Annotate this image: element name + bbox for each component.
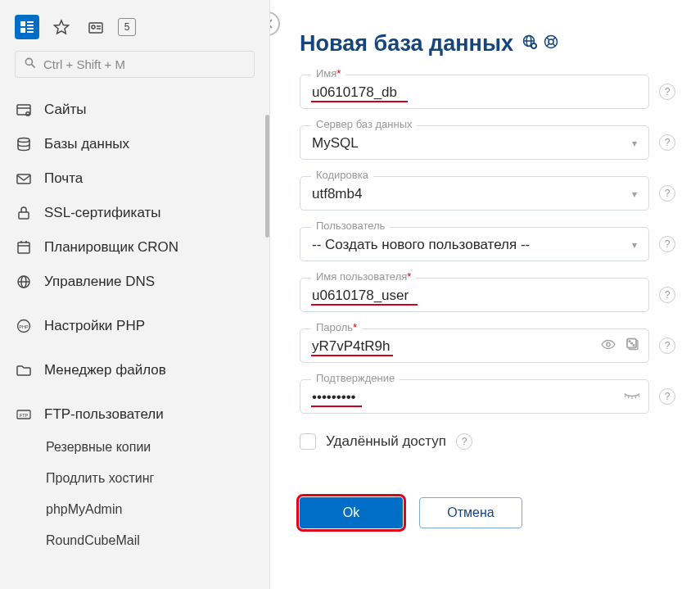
db-username-field: Имя пользователя*: [300, 278, 649, 312]
svg-rect-3: [27, 25, 34, 26]
svg-rect-19: [18, 242, 29, 253]
nav-label: phpMyAdmin: [46, 502, 122, 517]
db-name-label: Имя*: [311, 67, 345, 79]
eye-closed-icon[interactable]: [623, 387, 641, 406]
nav-dns[interactable]: Управление DNS: [0, 265, 269, 299]
nav-renew[interactable]: Продлить хостинг: [0, 463, 269, 494]
db-password-label: Пароль*: [311, 321, 362, 333]
db-confirm-input[interactable]: [300, 379, 649, 414]
db-confirm-label: Подтверждение: [311, 372, 400, 384]
svg-point-47: [629, 341, 630, 342]
svg-rect-2: [27, 21, 34, 23]
ftp-icon: FTP: [15, 406, 33, 424]
chevron-down-icon: ▾: [632, 239, 637, 251]
ok-button[interactable]: Ok: [300, 497, 403, 528]
nav-list: Сайты Базы данных Почта SSL-сертификаты …: [0, 89, 269, 560]
remote-access-label: Удалённый доступ: [326, 433, 446, 450]
eye-icon[interactable]: [600, 337, 616, 356]
scrollbar[interactable]: [265, 115, 269, 238]
svg-point-16: [18, 138, 29, 143]
db-user-field: Пользователь -- Создать нового пользоват…: [300, 227, 649, 261]
nav-phpmyadmin[interactable]: phpMyAdmin: [0, 494, 269, 525]
nav-mail[interactable]: Почта: [0, 161, 269, 196]
help-icon[interactable]: ?: [659, 287, 675, 303]
search-placeholder: Ctrl + Shift + M: [43, 57, 125, 71]
nav-backups[interactable]: Резервные копии: [0, 432, 269, 463]
nav-roundcube[interactable]: RoundCubeMail: [0, 525, 269, 556]
nav-ssl[interactable]: SSL-сертификаты: [0, 196, 269, 230]
db-server-select[interactable]: MySQL ▾: [300, 125, 649, 160]
svg-rect-4: [27, 28, 34, 29]
db-user-label: Пользователь: [311, 220, 390, 232]
cancel-button[interactable]: Отмена: [419, 497, 522, 528]
nav-label: SSL-сертификаты: [44, 205, 161, 221]
nav-php[interactable]: PHP Настройки PHP: [0, 309, 269, 343]
svg-marker-6: [55, 20, 69, 34]
remote-access-row: Удалённый доступ ?: [300, 433, 675, 450]
help-icon[interactable]: ?: [659, 388, 675, 405]
page-title: Новая база данных: [300, 31, 675, 57]
db-user-select[interactable]: -- Создать нового пользователя -- ▾: [300, 227, 649, 261]
star-icon[interactable]: [49, 15, 74, 39]
db-server-label: Сервер баз данных: [311, 118, 418, 130]
nav-label: RoundCubeMail: [46, 533, 140, 548]
svg-line-39: [546, 38, 549, 40]
svg-rect-5: [27, 31, 34, 33]
help-icon[interactable]: ?: [659, 84, 675, 100]
help-icon[interactable]: ?: [659, 185, 675, 202]
db-username-input[interactable]: [300, 278, 649, 312]
php-icon: PHP: [15, 317, 33, 335]
chevron-down-icon: ▾: [632, 138, 637, 149]
svg-rect-18: [19, 212, 29, 219]
count-badge[interactable]: 5: [118, 18, 136, 36]
db-username-label: Имя пользователя*: [311, 270, 416, 283]
db-encoding-label: Кодировка: [311, 169, 373, 181]
db-name-input[interactable]: [300, 75, 649, 109]
dice-icon[interactable]: [625, 337, 641, 356]
svg-line-50: [625, 396, 625, 397]
nav-sites[interactable]: Сайты: [0, 93, 269, 127]
search-input[interactable]: Ctrl + Shift + M: [15, 51, 255, 78]
nav-databases[interactable]: Базы данных: [0, 127, 269, 161]
help-icon[interactable]: ?: [659, 338, 675, 354]
nav-label: Менеджер файлов: [44, 362, 166, 378]
search-icon: [24, 57, 37, 72]
svg-text:PHP: PHP: [19, 324, 29, 329]
db-encoding-field: Кодировка utf8mb4 ▾: [300, 176, 649, 211]
lock-icon: [15, 204, 33, 222]
close-button[interactable]: [270, 11, 280, 36]
svg-point-48: [633, 345, 635, 347]
nav-ftp[interactable]: FTP FTP-пользователи: [0, 397, 269, 432]
nav-label: Почта: [44, 170, 83, 187]
db-encoding-select[interactable]: utf8mb4 ▾: [300, 176, 649, 211]
db-password-input[interactable]: [300, 328, 649, 363]
help-icon[interactable]: ?: [456, 433, 472, 450]
remote-access-checkbox[interactable]: [300, 433, 316, 450]
db-server-field: Сервер баз данных MySQL ▾: [300, 125, 649, 160]
nav-file-manager[interactable]: Менеджер файлов: [0, 353, 269, 387]
help-icon[interactable]: ?: [659, 236, 675, 252]
chevron-down-icon: ▾: [632, 188, 637, 200]
svg-point-38: [549, 39, 553, 44]
svg-line-53: [635, 396, 636, 398]
lifebuoy-icon[interactable]: [543, 34, 559, 54]
svg-text:FTP: FTP: [20, 413, 29, 418]
svg-point-43: [607, 342, 610, 346]
nav-label: FTP-пользователи: [44, 406, 164, 423]
svg-line-12: [32, 65, 35, 68]
mail-icon: [15, 170, 33, 188]
id-card-icon[interactable]: [84, 15, 108, 39]
nav-label: Базы данных: [44, 136, 129, 152]
svg-point-8: [92, 25, 95, 29]
globe-db-icon[interactable]: [522, 34, 538, 54]
top-icon-row: 5: [0, 15, 269, 51]
nav-label: Планировщик CRON: [44, 239, 178, 256]
nav-label: Резервные копии: [46, 440, 151, 455]
nav-home-icon[interactable]: [15, 15, 39, 39]
main-panel: Новая база данных Имя* ? Сервер баз данн…: [270, 0, 700, 589]
db-confirm-field: Подтверждение: [300, 379, 649, 414]
nav-label: Настройки PHP: [44, 318, 145, 334]
help-icon[interactable]: ?: [659, 134, 675, 151]
nav-cron[interactable]: Планировщик CRON: [0, 230, 269, 265]
svg-rect-0: [20, 21, 25, 26]
